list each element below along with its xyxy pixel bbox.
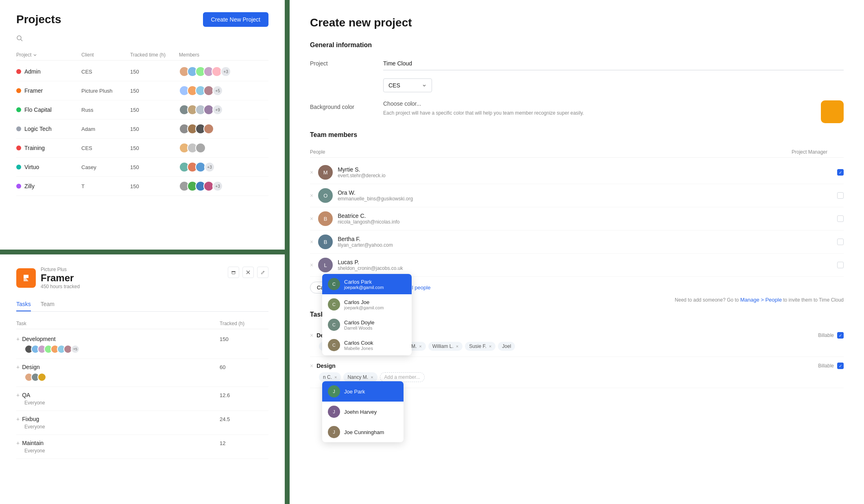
right-panel: Create new project General information P… [290,0,864,504]
client-select[interactable]: CES [383,78,432,92]
framer-actions [228,267,268,278]
left-panel: Projects Create New Project Project Clie… [0,0,285,504]
remove-tag[interactable]: × [489,344,491,349]
color-section: Choose color... Each project will have a… [383,100,844,123]
svg-line-1 [21,39,22,41]
middle-divider [285,0,290,504]
team-row-ora: × O Ora W. emmanuelle_bins@gusikowski.or… [310,184,844,207]
table-row[interactable]: Flo Capital Russ 150 +9 [16,100,268,119]
avatar [195,143,206,153]
table-row[interactable]: Framer Picture Plush 150 +5 [16,81,268,100]
dropdown-item-carlos-joe[interactable]: C Carlos Joe joepark@gamil.com [322,294,412,315]
avatar-carlos-cook: C [328,339,340,351]
remove-bertha-button[interactable]: × [310,239,313,245]
tag: n C. × [319,372,341,382]
edit-button[interactable] [257,267,268,278]
members-flo: +9 [179,104,268,115]
manager-checkbox-beatrice[interactable] [837,215,844,222]
tag: Susie F. × [465,342,495,351]
tag: Nancy M. × [343,372,377,382]
manager-checkbox-lucas[interactable] [837,262,844,268]
table-row[interactable]: Zilly T 150 +3 [16,177,268,196]
table-row[interactable]: Training CES 150 [16,139,268,158]
avatar-joe-cunningham: J [328,426,340,438]
project-tabs: Tasks Team [16,298,268,312]
framer-section: Picture Plus Framer 450 hours tracked Ta… [0,254,285,504]
tab-tasks[interactable]: Tasks [16,298,31,311]
task-row-design: + Design 60 [16,359,268,387]
table-row[interactable]: Virtuo Casey 150 +3 [16,158,268,177]
manager-checkbox-bertha[interactable] [837,239,844,245]
project-name-training: Training [16,145,81,151]
remove-tag[interactable]: × [419,344,421,349]
col-project-header: Project [16,52,81,58]
color-swatch[interactable] [821,100,844,123]
members-virtuo: +3 [179,162,268,172]
remove-dev-task[interactable]: × [310,332,313,339]
project-name-input[interactable] [383,57,844,70]
members-training [179,143,268,153]
manager-checkbox-ora[interactable] [837,192,844,199]
svg-rect-3 [232,272,235,274]
design-tags: n C. × Nancy M. × Add a member... [310,372,844,382]
avatar-beatrice: B [318,211,333,226]
avatar-joe-park: J [328,385,340,398]
dropdown2-item-joe-cunningham[interactable]: J Joe Cunningham [322,422,404,442]
projects-header: Projects Create New Project [16,12,268,27]
remove-tag[interactable]: × [456,344,458,349]
task-table-header: Task Tracked (h) [16,318,268,329]
manage-people-link[interactable]: Manage > People [740,297,782,303]
search-icon[interactable] [16,35,268,43]
team-members-label: Team members [310,131,844,139]
project-input-wrap [383,57,844,70]
remove-myrtie-button[interactable]: × [310,169,313,176]
remove-tag[interactable]: × [334,375,337,380]
remove-design-task[interactable]: × [310,363,313,369]
avatar-bertha: B [318,235,333,249]
green-divider [0,250,285,254]
project-name-framer: Framer [16,87,81,94]
tag: William L. × [428,342,463,351]
table-row[interactable]: Logic Tech Adam 150 [16,119,268,139]
avatar-joehn: J [328,406,340,418]
framer-icon [16,268,36,288]
project-name-logic: Logic Tech [16,126,81,132]
team-row-bertha: × B Bertha F. lilyan_carter@yahoo.com [310,230,844,254]
framer-info: Picture Plus Framer 450 hours tracked [41,267,80,289]
team-table: People Project Manager × M Myrtie S. eve… [310,147,844,277]
remove-lucas-button[interactable]: × [310,262,313,268]
create-new-project-button[interactable]: Create New Project [203,12,268,27]
dropdown2-item-joehn[interactable]: J Joehn Harvey [322,402,404,422]
team-row-lucas: × L Lucas P. sheldon_cronin@jacobs.co.uk… [310,254,844,277]
table-row[interactable]: Admin CES 150 +3 [16,62,268,81]
project-name-zilly: Zilly [16,183,81,189]
dot-virtuo [16,165,21,169]
tab-team[interactable]: Team [41,298,55,311]
remove-ora-button[interactable]: × [310,192,313,199]
framer-logo: Picture Plus Framer 450 hours tracked [16,267,80,289]
manager-checkbox-myrtie[interactable]: ✓ [837,169,844,176]
avatar-carlos-joe: C [328,298,340,311]
team-row-beatrice: × B Beatrice C. nicola_langosh@nicolas.i… [310,207,844,230]
billable-check-design[interactable]: ✓ [837,363,844,369]
dot-logic [16,126,21,131]
dropdown2-item-joe-park[interactable]: J Joe Park [322,381,404,402]
table-header: Project Client Tracked time (h) Members [16,50,268,61]
archive-button[interactable] [228,267,239,278]
task-members-design [16,373,268,382]
dropdown-item-carlos-cook[interactable]: C Carlos Cook Mabelle Jones [322,335,412,355]
project-name-row: Project [310,57,844,70]
avatar-lucas: L [318,258,333,272]
avatar-ora: O [318,188,333,203]
add-member-tag[interactable]: Add a member... [380,372,425,382]
delete-button[interactable] [242,267,254,278]
billable-check-dev[interactable]: ✓ [837,332,844,339]
remove-tag[interactable]: × [371,375,373,380]
remove-beatrice-button[interactable]: × [310,215,313,222]
dropdown-item-carlos-doyle[interactable]: C Carlos Doyle Darrell Woods [322,315,412,335]
members-logic [179,124,268,134]
team-members-section: Team members People Project Manager × M … [310,131,844,303]
team-table-header: People Project Manager [310,147,844,158]
dropdown-item-carlos-park[interactable]: C Carlos Park joepark@gamil.com [322,274,412,294]
members-zilly: +3 [179,181,268,191]
